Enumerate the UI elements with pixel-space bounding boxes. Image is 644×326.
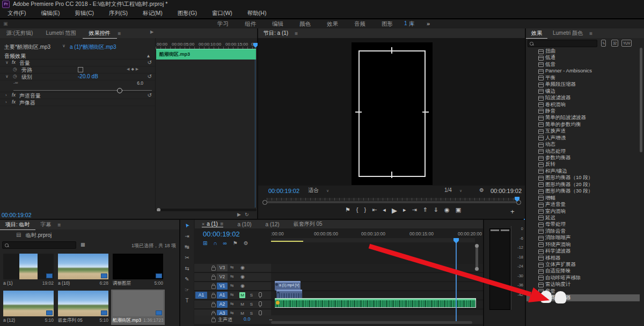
menu-item[interactable]: 标记(M) bbox=[143, 10, 163, 17]
effect-list-item[interactable]: 雷达响度计 bbox=[526, 281, 640, 287]
track-lane[interactable] bbox=[271, 273, 483, 281]
effect-list-item[interactable]: 动态处理 bbox=[526, 148, 640, 154]
sync-lock-icon[interactable]: ⇆ bbox=[230, 283, 234, 288]
sequence-clip-link[interactable]: a (1)*酷潮街区.mp3 bbox=[70, 43, 116, 51]
sync-lock-icon[interactable]: ⇆ bbox=[230, 265, 234, 270]
menu-item[interactable]: 帮助(H) bbox=[247, 10, 267, 17]
effect-list-item[interactable]: 简单的参数均衡 bbox=[526, 121, 640, 128]
workspace-tab[interactable]: 组件 bbox=[245, 19, 256, 28]
twirl-open-icon[interactable]: ∨ bbox=[5, 60, 9, 65]
snap-button[interactable]: ∩ bbox=[213, 240, 217, 246]
add-keyframe-icon[interactable]: ◆ bbox=[131, 67, 134, 71]
menu-item[interactable]: 序列(S) bbox=[109, 10, 128, 17]
program-scrubber[interactable] bbox=[262, 198, 521, 204]
extract-button[interactable]: ⇓ bbox=[434, 206, 438, 214]
timeline-settings-button[interactable]: ⚙ bbox=[244, 240, 248, 246]
playhead-timecode[interactable]: 00:00:19:02 bbox=[2, 212, 31, 218]
next-keyframe-icon[interactable]: ▶ bbox=[136, 67, 138, 71]
lock-icon[interactable] bbox=[211, 276, 216, 280]
effect-list-item[interactable]: 参数均衡器 bbox=[526, 154, 640, 161]
scrollbar-thumb[interactable] bbox=[640, 48, 642, 152]
yuv-badge[interactable]: YUV bbox=[621, 40, 632, 47]
voiceover-record-icon[interactable] bbox=[259, 301, 262, 306]
search-bin-icon[interactable]: ▩ bbox=[80, 242, 85, 247]
bypass-checkbox[interactable] bbox=[78, 67, 83, 72]
workspace-overflow-button[interactable]: » bbox=[427, 20, 430, 27]
effect-list-item[interactable]: 母带处理 bbox=[526, 221, 640, 227]
project-item[interactable]: a (1) 19:02 bbox=[2, 253, 55, 288]
play-audio-icon[interactable]: ▶ bbox=[237, 212, 241, 217]
menu-item[interactable]: 编辑(E) bbox=[41, 10, 60, 17]
effect-list-item[interactable]: 互换声道 bbox=[526, 128, 640, 134]
effect-list-item[interactable]: 科学滤波器 bbox=[526, 248, 640, 254]
effect-list-item[interactable]: 平衡 bbox=[526, 75, 640, 81]
workspace-tab[interactable]: 图形 bbox=[382, 19, 393, 28]
panel-menu-icon[interactable]: ≡ bbox=[589, 31, 592, 36]
panel-tab[interactable]: 源:(无剪辑) bbox=[0, 28, 39, 38]
selection-tool[interactable]: ➤ bbox=[184, 222, 191, 229]
workspace-tab[interactable]: 颜色 bbox=[299, 19, 311, 28]
track-lane[interactable] bbox=[271, 282, 483, 290]
panel-tab[interactable]: 项目: 临时 bbox=[0, 220, 35, 230]
workspace-tab[interactable]: 学习 bbox=[217, 19, 229, 28]
search-input[interactable] bbox=[528, 40, 597, 47]
effect-list-item[interactable]: 扭曲 bbox=[526, 48, 640, 54]
type-tool[interactable]: T bbox=[185, 298, 188, 303]
slip-tool[interactable]: ⇆ bbox=[185, 265, 189, 271]
collapse-icon[interactable]: ▴ bbox=[147, 53, 150, 58]
program-tab[interactable]: 节目: a (1) bbox=[258, 28, 294, 38]
master-gain-value[interactable]: 0.0 bbox=[244, 316, 251, 322]
effect-list-item[interactable]: 移相器 bbox=[526, 255, 640, 261]
effect-list-item[interactable]: Panner - Ambisonics bbox=[526, 68, 640, 74]
sync-lock-icon[interactable]: ⇆ bbox=[230, 301, 234, 306]
comparison-view-button[interactable]: ▣ bbox=[456, 206, 461, 214]
step-forward-button[interactable]: ▸ bbox=[403, 206, 406, 214]
linked-selection-button[interactable]: ∞ bbox=[223, 240, 227, 246]
reset-icon[interactable]: ↺ bbox=[148, 60, 152, 65]
show-keyframes-toggle-icon[interactable]: ▶ bbox=[150, 29, 153, 34]
sequence-tab[interactable]: 嵌套序列 05 bbox=[294, 220, 323, 228]
twirl-open-icon[interactable]: ∨ bbox=[5, 74, 9, 79]
program-timecode[interactable]: 00:00:19:02 bbox=[268, 188, 299, 194]
menu-item[interactable]: 图形(G) bbox=[178, 10, 197, 17]
add-marker-button[interactable]: ⚑ bbox=[233, 240, 238, 246]
lock-icon[interactable] bbox=[211, 267, 216, 271]
go-to-in-button[interactable]: ⇤ bbox=[372, 206, 377, 214]
track-select-forward-tool[interactable]: ⇥ bbox=[185, 233, 189, 239]
effect-list-item[interactable]: 环绕声混响 bbox=[526, 241, 640, 248]
effect-list-item[interactable]: 自适应降噪 bbox=[526, 268, 640, 274]
go-to-out-button[interactable]: ⇥ bbox=[412, 206, 416, 214]
sync-lock-icon[interactable]: ⇆ bbox=[230, 310, 234, 315]
mark-in-button[interactable]: { bbox=[356, 206, 358, 214]
toggle-track-output-icon[interactable]: ◉ bbox=[240, 283, 245, 288]
mark-out-button[interactable]: } bbox=[364, 206, 366, 214]
effect-list-item[interactable]: 人声增强 bbox=[526, 135, 640, 141]
effect-list-item[interactable]: 立体声扩展器 bbox=[526, 261, 640, 268]
scrubber-left-handle[interactable] bbox=[262, 200, 267, 205]
workspace-tab[interactable]: 音频 bbox=[354, 19, 365, 28]
effect-list-item[interactable]: 简单的陷波滤波器 bbox=[526, 114, 640, 121]
scrubber-bar[interactable] bbox=[267, 201, 517, 203]
effect-list-item[interactable]: 镶边 bbox=[526, 88, 640, 94]
timeline-timecode[interactable]: 00:00:19:02 bbox=[203, 230, 240, 238]
effect-list-item[interactable]: 反转 bbox=[526, 161, 640, 167]
menu-item[interactable]: 文件(F) bbox=[8, 10, 26, 17]
stopwatch-icon[interactable]: ◷ bbox=[13, 66, 17, 72]
effect-list-item[interactable]: 单频段压缩器 bbox=[526, 81, 640, 87]
mute-button[interactable]: M bbox=[239, 292, 245, 298]
effect-list-item[interactable]: 消除嗡嗡声 bbox=[526, 234, 640, 241]
sequence-tab[interactable]: ×a (1) ≡ bbox=[202, 221, 223, 227]
hand-tool[interactable]: ☞ bbox=[185, 287, 189, 293]
project-item[interactable]: 调整图层 5:00 bbox=[111, 253, 165, 288]
sequence-tab[interactable]: a (12) bbox=[266, 221, 280, 227]
pen-tool[interactable]: ✎ bbox=[185, 276, 189, 282]
track-target-button[interactable]: A1 bbox=[217, 292, 228, 299]
mute-button[interactable]: M bbox=[239, 301, 245, 307]
horizontal-scrollbar[interactable] bbox=[271, 321, 472, 324]
source-patch-button[interactable]: A1 bbox=[195, 292, 207, 299]
button-editor-plus[interactable]: + bbox=[510, 208, 515, 216]
project-item[interactable]: a (10) 6:28 bbox=[56, 253, 110, 288]
effect-list-item[interactable]: 延迟 bbox=[526, 214, 640, 221]
effect-list-item[interactable]: 低音 bbox=[526, 61, 640, 68]
razor-tool[interactable]: ✂ bbox=[185, 255, 189, 261]
